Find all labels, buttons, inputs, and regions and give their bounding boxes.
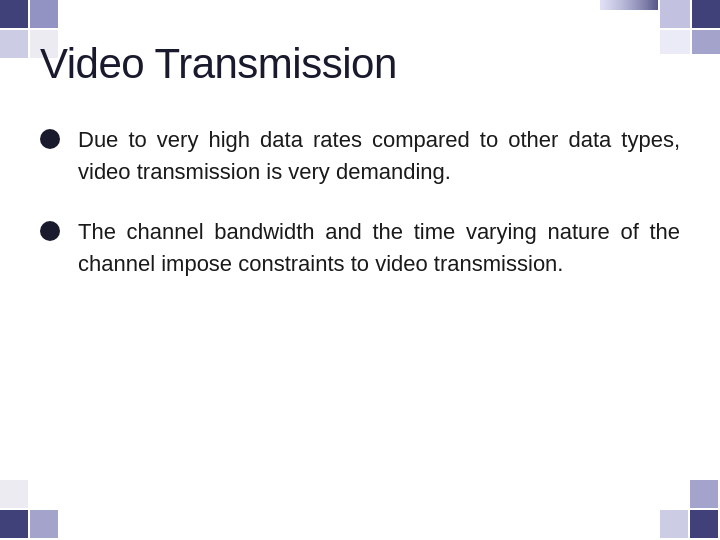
bullet-item-1: Due to very high data rates compared to …	[40, 124, 680, 188]
bullet-item-2: The channel bandwidth and the time varyi…	[40, 216, 680, 280]
bullet-text-2: The channel bandwidth and the time varyi…	[78, 216, 680, 280]
bullet-list: Due to very high data rates compared to …	[40, 124, 680, 280]
slide-title: Video Transmission	[40, 40, 680, 88]
slide-content: Video Transmission Due to very high data…	[0, 0, 720, 540]
bullet-marker-1	[40, 129, 60, 149]
bullet-marker-2	[40, 221, 60, 241]
bullet-text-1: Due to very high data rates compared to …	[78, 124, 680, 188]
